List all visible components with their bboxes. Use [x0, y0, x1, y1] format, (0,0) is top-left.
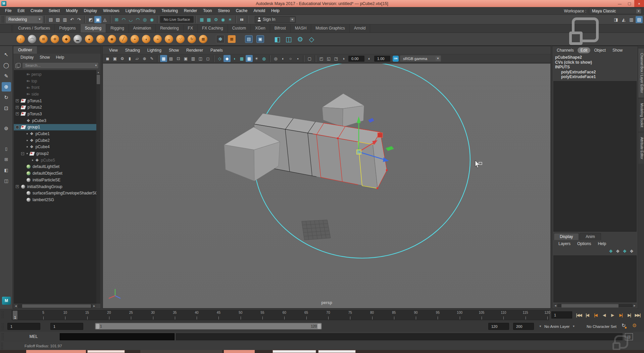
sculpt-spray-tool-icon[interactable]: ∵: [175, 34, 186, 44]
outliner-menu-show[interactable]: Show: [37, 55, 53, 60]
menu-lighting-shading[interactable]: Lighting/Shading: [122, 7, 158, 14]
animation-start-field[interactable]: 1: [7, 323, 40, 330]
select-tool-icon[interactable]: ↖: [2, 50, 11, 59]
minimize-button[interactable]: —: [615, 0, 625, 7]
drag-grip[interactable]: [11, 25, 13, 32]
render-settings-icon[interactable]: ⚙: [212, 16, 219, 23]
panel-layout-four-icon[interactable]: ◳: [333, 55, 340, 62]
persp-graph-layout-icon[interactable]: ◫: [2, 176, 11, 185]
scrollbar-thumb[interactable]: [22, 304, 91, 308]
step-forward-key-button[interactable]: ▶|: [616, 311, 625, 319]
persp-outliner-layout-icon[interactable]: ◧: [2, 165, 11, 175]
safe-action-icon[interactable]: ◫: [197, 55, 204, 62]
outliner-item-initialparticlese[interactable]: initialParticleSE: [14, 177, 96, 183]
current-frame-marker[interactable]: 1: [13, 311, 17, 319]
auto-keyframe-icon[interactable]: ↻: [622, 322, 626, 329]
outliner-item-front[interactable]: ◼◂front: [14, 84, 96, 91]
select-camera-icon[interactable]: ◼: [104, 55, 111, 62]
outliner-item-pcube1[interactable]: ❖pCube1: [14, 130, 96, 137]
save-scene-icon[interactable]: ▥: [61, 16, 68, 23]
image-plane-icon[interactable]: ▱: [134, 55, 141, 62]
menu-display[interactable]: Display: [81, 7, 100, 14]
toggle-channel-box-icon[interactable]: ▥: [628, 16, 635, 23]
menu-toon[interactable]: Toon: [200, 7, 215, 14]
sculpt-lift-tool-icon[interactable]: ↑: [15, 34, 26, 44]
shelf-tab-motion-graphics[interactable]: Motion Graphics: [311, 24, 349, 33]
shelf-tab-polygons[interactable]: Polygons: [55, 24, 80, 33]
menu-file[interactable]: File: [2, 7, 14, 14]
timeline-track[interactable]: 1 51015202530354045505560657075808590951…: [12, 310, 549, 320]
shadows-icon[interactable]: ◍: [260, 55, 267, 62]
panel-layout-two-icon[interactable]: ◱: [325, 55, 332, 62]
sculpt-relax-tool-icon[interactable]: ⊞: [38, 34, 49, 44]
playback-end-field[interactable]: 120: [488, 323, 509, 330]
paint-select-tool-icon[interactable]: ✎: [2, 71, 11, 81]
menu-stereo[interactable]: Stereo: [215, 7, 233, 14]
outliner-horizontal-scrollbar[interactable]: ◀ ▶: [14, 304, 96, 308]
motion-blur-icon[interactable]: ◐: [280, 55, 287, 62]
sculpt-grab-tool-icon[interactable]: ⊕: [50, 34, 60, 44]
new-layer-from-selected-icon[interactable]: ❖: [630, 249, 634, 254]
menu-texturing[interactable]: Texturing: [158, 7, 181, 14]
snap-projected-center-icon[interactable]: ◠: [134, 16, 141, 23]
toggle-modeling-toolkit-icon[interactable]: ◨: [612, 16, 620, 23]
command-input[interactable]: [60, 333, 175, 340]
rotate-tool-icon[interactable]: ↻: [2, 93, 11, 102]
outliner-vertical-scrollbar[interactable]: ▲: [96, 70, 100, 304]
maya-home-icon[interactable]: M: [2, 297, 11, 305]
character-set-dropdown[interactable]: No Character Set: [587, 323, 616, 330]
grease-pencil-icon[interactable]: ✎: [148, 55, 155, 62]
snap-curve-icon[interactable]: ◠: [120, 16, 127, 23]
shelf-tab-custom[interactable]: Custom: [228, 24, 251, 33]
color-management-toggle[interactable]: ON: [393, 56, 399, 62]
outliner-item-top[interactable]: ◼◂top: [14, 78, 96, 84]
bookmark-icon[interactable]: ▮: [126, 55, 133, 62]
play-forwards-button[interactable]: ▶: [608, 311, 616, 319]
sculpt-fill-tool-icon[interactable]: ◒: [164, 34, 174, 44]
scrollbar-thumb[interactable]: [97, 75, 100, 84]
expander-icon[interactable]: +: [16, 112, 19, 115]
outliner-item-group1[interactable]: −group1: [14, 124, 96, 131]
sculpt-smooth-tool-icon[interactable]: ◠: [27, 34, 37, 44]
sign-in-dropdown[interactable]: Sign In ▼: [255, 16, 296, 23]
layer-scrollbar[interactable]: ◀ ▶: [553, 304, 637, 307]
freeze-select-tool-icon[interactable]: ▦: [227, 34, 237, 44]
scrollbar-thumb[interactable]: [561, 304, 618, 307]
input-node-polyextrudeface2[interactable]: polyExtrudeFace2: [555, 70, 638, 75]
redo-icon[interactable]: ↷: [76, 16, 83, 23]
textured-mode-icon[interactable]: ▩: [238, 55, 245, 62]
shelf-tab-rendering[interactable]: Rendering: [156, 24, 183, 33]
flat-shade-mode-icon[interactable]: ◖: [231, 55, 238, 62]
scroll-right-icon[interactable]: ▶: [633, 304, 637, 308]
workspace-dropdown[interactable]: Maya Classic ▼: [589, 8, 642, 14]
go-to-start-button[interactable]: |◀◀: [575, 311, 583, 319]
shelf-tab-mash[interactable]: MASH: [291, 24, 311, 33]
scroll-right-icon[interactable]: ▶: [92, 304, 96, 308]
expander-icon[interactable]: +: [16, 185, 19, 188]
sculpt-bulge-tool-icon[interactable]: ◉: [107, 34, 117, 44]
outliner-item-defaultlightset[interactable]: defaultLightSet: [14, 164, 96, 170]
move-tool-icon[interactable]: ⊕: [2, 82, 11, 92]
shaded-mode-icon[interactable]: ◆: [224, 55, 231, 62]
outliner-item-lambert2sg[interactable]: lambert2SG: [14, 196, 96, 203]
outliner-item-pcube4[interactable]: ❖pCube4: [14, 144, 96, 151]
contrast-field[interactable]: 1.00: [374, 56, 390, 62]
outliner-menu-display[interactable]: Display: [17, 55, 37, 60]
lasso-select-tool-icon[interactable]: ◯: [2, 61, 11, 70]
contrast-icon[interactable]: ◐: [366, 55, 373, 62]
layer-menu-options[interactable]: Options: [574, 241, 594, 246]
go-to-end-button[interactable]: ▶▶|: [633, 311, 642, 319]
toggle-humanik-icon[interactable]: ◭: [620, 16, 627, 23]
sculpt-wax-tool-icon[interactable]: ◖: [141, 34, 151, 44]
new-empty-layer-icon[interactable]: ❖: [623, 249, 627, 254]
outliner-item-pcube3[interactable]: ❖pCube3: [14, 117, 96, 124]
move-layer-down-icon[interactable]: ❖: [616, 249, 620, 254]
camera-lock-icon[interactable]: ▣: [111, 55, 118, 62]
view-transform-dropdown[interactable]: sRGB gamma▼: [400, 55, 441, 62]
outliner-item-ptorus1[interactable]: +pTorus1: [14, 98, 96, 104]
pan-zoom-2d-icon[interactable]: ⊕: [141, 55, 148, 62]
light-editor-icon[interactable]: ☀: [227, 16, 234, 23]
select-object-icon[interactable]: ▣: [94, 16, 101, 23]
layer-list-area[interactable]: [553, 255, 637, 302]
isolate-select-icon[interactable]: ▢: [306, 55, 313, 62]
